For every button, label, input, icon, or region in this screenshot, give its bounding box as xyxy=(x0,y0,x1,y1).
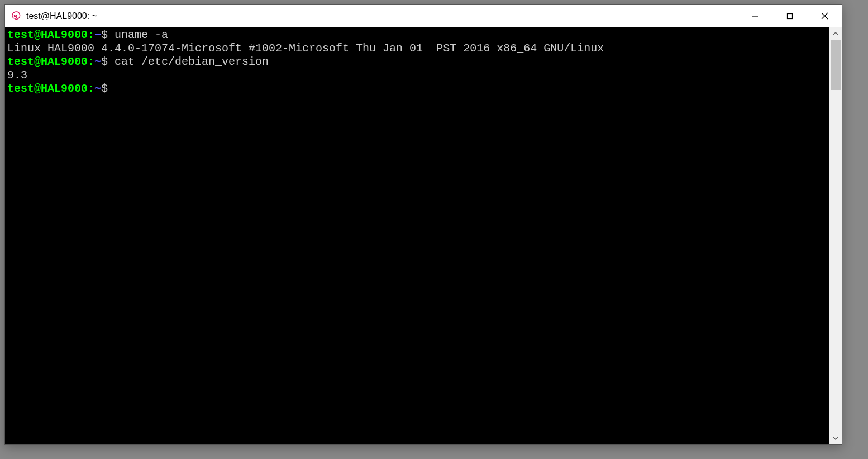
terminal-body: test@HAL9000:~$ uname -a Linux HAL9000 4… xyxy=(5,27,842,444)
scroll-down-button[interactable] xyxy=(829,432,842,444)
titlebar[interactable]: test@HAL9000: ~ xyxy=(5,5,842,27)
prompt-user: test@HAL9000: xyxy=(7,82,94,95)
terminal-window: test@HAL9000: ~ test@HAL9000:~$ uname -a xyxy=(4,4,842,445)
debian-icon xyxy=(11,11,22,22)
close-button[interactable] xyxy=(807,5,842,27)
prompt-dollar: $ xyxy=(101,29,108,41)
prompt-user: test@HAL9000: xyxy=(7,55,94,68)
prompt-path: ~ xyxy=(94,82,101,95)
scroll-thumb[interactable] xyxy=(831,40,841,90)
minimize-icon xyxy=(752,13,759,20)
prompt-dollar: $ xyxy=(101,55,108,68)
command-text: uname -a xyxy=(115,29,168,41)
scroll-up-button[interactable] xyxy=(829,27,842,40)
output-text: 9.3 xyxy=(7,69,27,82)
prompt-user: test@HAL9000: xyxy=(7,29,94,41)
minimize-button[interactable] xyxy=(738,5,772,27)
close-icon xyxy=(821,12,828,20)
chevron-up-icon xyxy=(833,31,838,36)
output-text: Linux HAL9000 4.4.0-17074-Microsoft #100… xyxy=(7,42,604,55)
window-controls xyxy=(738,5,842,27)
vertical-scrollbar[interactable] xyxy=(829,27,842,444)
prompt-path: ~ xyxy=(94,29,101,41)
scroll-track[interactable] xyxy=(829,40,842,432)
chevron-down-icon xyxy=(833,436,838,441)
command-text: cat /etc/debian_version xyxy=(115,55,269,68)
window-title: test@HAL9000: ~ xyxy=(26,11,738,21)
maximize-icon xyxy=(786,13,793,20)
terminal-content[interactable]: test@HAL9000:~$ uname -a Linux HAL9000 4… xyxy=(5,27,829,444)
prompt-path: ~ xyxy=(94,55,101,68)
svg-rect-1 xyxy=(788,13,793,18)
prompt-dollar: $ xyxy=(101,82,108,95)
maximize-button[interactable] xyxy=(772,5,807,27)
